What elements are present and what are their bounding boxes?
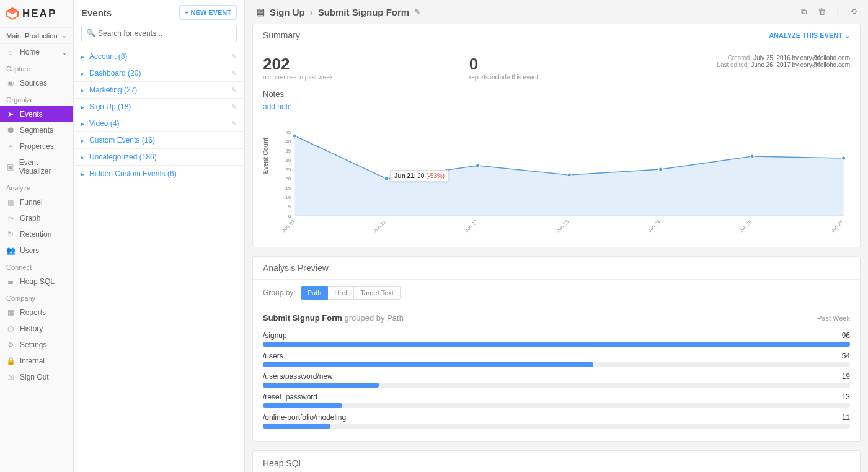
nav-item-event-visualizer[interactable]: ▣Event Visualizer — [0, 154, 73, 179]
nav-item-label: Funnel — [20, 198, 43, 207]
pencil-icon[interactable]: ✎ — [231, 120, 237, 128]
nav-item-users[interactable]: 👥Users — [0, 243, 73, 259]
category-row[interactable]: ▸Dashboard (20)✎ — [74, 65, 244, 82]
nav-item-funnel[interactable]: ▥Funnel — [0, 194, 73, 210]
preview-subtitle: Submit Signup Form grouped by Path — [263, 313, 404, 323]
breadcrumb-current: Submit Signup Form — [318, 7, 410, 17]
nav-home-label: Home — [20, 48, 40, 56]
pencil-icon[interactable]: ✎ — [231, 103, 237, 111]
pencil-icon[interactable]: ✎ — [231, 86, 237, 94]
nav-item-label: Properties — [20, 142, 54, 151]
y-axis-label: Event Count — [262, 137, 269, 174]
trash-icon[interactable]: 🗑 — [818, 7, 826, 17]
category-label: Dashboard (20) — [89, 69, 231, 78]
svg-marker-1 — [7, 8, 18, 14]
nav-item-reports[interactable]: ▦Reports — [0, 305, 73, 321]
bar-value: 13 — [842, 393, 850, 401]
svg-text:25: 25 — [285, 167, 291, 172]
stat-label: reports include this event — [469, 74, 538, 81]
category-label: Hidden Custom Events (6) — [89, 169, 237, 178]
svg-text:Jun 22: Jun 22 — [464, 219, 479, 234]
nav-item-segments[interactable]: ⬢Segments — [0, 122, 73, 138]
search-icon: 🔍 — [86, 29, 95, 37]
bar-label: /users — [263, 352, 283, 360]
groupby-href[interactable]: Href — [328, 286, 354, 300]
copy-icon[interactable]: ⧉ — [801, 7, 807, 17]
svg-text:35: 35 — [285, 148, 291, 154]
groupby-path[interactable]: Path — [301, 286, 329, 300]
refresh-icon[interactable]: ⟲ — [850, 7, 857, 17]
lock-icon: 🔒 — [6, 357, 15, 365]
category-row[interactable]: ▸Marketing (27)✎ — [74, 82, 244, 99]
category-row[interactable]: ▸Hidden Custom Events (6) — [74, 166, 244, 182]
bar-row: /online-portfolio/modeling11 — [263, 411, 850, 431]
form-icon: ▤ — [256, 6, 265, 17]
nav-item-events[interactable]: ➤Events — [0, 106, 73, 122]
nav-item-sign-out[interactable]: ⇲Sign Out — [0, 369, 73, 385]
home-icon: ⌂ — [6, 48, 15, 56]
stat-occurrences: 202 occurrences in past week — [263, 55, 333, 81]
calendar-icon: ▦ — [6, 308, 15, 317]
chevron-right-icon: ▸ — [81, 154, 84, 161]
sql-title: Heap SQL — [263, 458, 850, 468]
chevron-right-icon: › — [310, 7, 313, 17]
brand-logo: HEAP — [0, 0, 73, 27]
pencil-icon[interactable]: ✎ — [231, 69, 237, 78]
users-icon: 👥 — [6, 246, 15, 255]
events-panel: Events + NEW EVENT 🔍 ▸Account (8)✎▸Dashb… — [74, 0, 245, 472]
nav-item-history[interactable]: ◷History — [0, 321, 73, 337]
svg-text:5: 5 — [288, 204, 291, 210]
category-row[interactable]: ▸Sign Up (18)✎ — [74, 99, 244, 115]
heap-sql-card: Heap SQL sign_up_submit_signup Last sync… — [252, 450, 861, 472]
bar-track — [263, 403, 850, 408]
disk-icon: ◉ — [6, 79, 15, 87]
top-bar: ▤ Sign Up › Submit Signup Form ✎ ⧉ 🗑 | ⟲ — [245, 0, 868, 24]
heap-logo-icon — [6, 7, 19, 20]
period-label: Past Week — [817, 314, 850, 322]
analyze-event-link[interactable]: ANALYZE THIS EVENT ⌄ — [769, 32, 850, 40]
bar-fill — [263, 383, 379, 388]
nav-item-label: Segments — [20, 126, 53, 135]
nav-item-heap-sql[interactable]: ≣Heap SQL — [0, 274, 73, 290]
stat-label: occurrences in past week — [263, 74, 333, 81]
nav-item-label: Heap SQL — [20, 277, 55, 286]
svg-text:Jun 26: Jun 26 — [830, 219, 844, 234]
breadcrumb-parent[interactable]: Sign Up — [270, 7, 305, 17]
nav-item-label: Reports — [20, 308, 46, 317]
nav-item-internal[interactable]: 🔒Internal — [0, 353, 73, 369]
chevron-right-icon: ▸ — [81, 137, 84, 144]
pencil-icon[interactable]: ✎ — [231, 53, 237, 61]
new-event-button[interactable]: + NEW EVENT — [179, 5, 237, 20]
bar-track — [263, 424, 850, 429]
nav-item-settings[interactable]: ⚙Settings — [0, 337, 73, 353]
category-row[interactable]: ▸Video (4)✎ — [74, 115, 244, 132]
category-row[interactable]: ▸Custom Events (16) — [74, 132, 244, 149]
nav-item-sources[interactable]: ◉Sources — [0, 75, 73, 91]
project-selector[interactable]: Main: Production ⌄ — [0, 27, 73, 44]
category-label: Uncategorized (186) — [89, 153, 237, 161]
svg-text:Jun 20: Jun 20 — [281, 219, 296, 234]
category-row[interactable]: ▸Uncategorized (186) — [74, 149, 244, 166]
groupby-target-text[interactable]: Target Text — [354, 286, 401, 300]
signout-icon: ⇲ — [6, 373, 15, 381]
bar-track — [263, 383, 850, 388]
nav-item-properties[interactable]: ≡Properties — [0, 138, 73, 154]
svg-text:10: 10 — [285, 195, 291, 200]
category-row[interactable]: ▸Account (8)✎ — [74, 48, 244, 65]
chevron-right-icon: ▸ — [81, 120, 84, 127]
add-note-link[interactable]: add note — [263, 102, 292, 111]
bar-label: /reset_password — [263, 393, 317, 401]
svg-text:Jun 24: Jun 24 — [647, 219, 662, 234]
events-search-input[interactable] — [81, 25, 237, 42]
event-meta: CreatedJuly 25, 2016 by cory@foliohd.com… — [717, 55, 850, 68]
svg-point-14 — [384, 177, 388, 180]
nav-item-retention[interactable]: ↻Retention — [0, 226, 73, 243]
nav-item-graph[interactable]: ⤳Graph — [0, 210, 73, 226]
left-nav: HEAP Main: Production ⌄ ⌂ Home ⌄ Capture… — [0, 0, 74, 472]
chevron-right-icon: ▸ — [81, 53, 84, 60]
groupby-label: Group by: — [263, 288, 296, 297]
stat-reports: 0 reports include this event — [469, 55, 538, 81]
pencil-icon[interactable]: ✎ — [414, 7, 420, 16]
analysis-preview-card: Analysis Preview Group by: PathHrefTarge… — [252, 256, 861, 442]
nav-home[interactable]: ⌂ Home ⌄ — [0, 44, 73, 60]
